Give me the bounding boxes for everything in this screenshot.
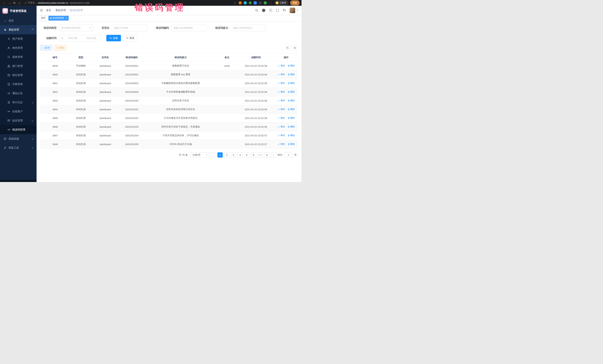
error-hint-label: 错误码提示 — [215, 26, 228, 30]
edit-link[interactable]: 修改 — [278, 108, 285, 111]
update-button[interactable]: 更新 — [290, 0, 300, 5]
extension-icon-red[interactable] — [239, 1, 242, 4]
help-icon[interactable]: ? — [269, 9, 272, 12]
address-bar[interactable]: ⚠ 不安全 | dashboard.yudao.iocoder.cn/syste… — [24, 1, 90, 4]
errorcode-type-select[interactable]: 请选择错误码类型 — [59, 25, 93, 31]
type-cell: 手动编辑 — [70, 62, 92, 70]
extension-icon-switch[interactable]: on — [259, 1, 262, 4]
page-button[interactable]: 6 — [251, 152, 256, 157]
search-icon[interactable] — [255, 9, 258, 12]
col-code: 错误码编码 — [119, 53, 145, 62]
page-button[interactable]: 4 — [237, 152, 243, 157]
extension-icon-green-v[interactable]: V — [249, 1, 252, 4]
edit-link[interactable]: 修改 — [278, 125, 285, 128]
id-cell: 3944 — [40, 105, 70, 114]
app-cell: dashboard — [92, 131, 119, 140]
toggle-search-button[interactable] — [285, 45, 290, 51]
goto-page-input[interactable] — [284, 152, 292, 157]
delete-link[interactable]: 删除 — [288, 116, 295, 120]
tag-home[interactable]: 首页 — [39, 16, 47, 21]
table-row: 3947自动生成dashboard1001001004只有开启状态的任务，才可以… — [40, 131, 298, 140]
error-code-input[interactable] — [171, 25, 207, 31]
sidebar-item-devtools[interactable]: 研发工具 — [0, 143, 36, 152]
delete-link[interactable]: 删除 — [288, 99, 295, 102]
tag-errorcode[interactable]: 错误码管理 × — [48, 16, 69, 21]
back-button[interactable]: ← — [2, 1, 7, 4]
export-button[interactable]: 导出 — [54, 45, 67, 51]
app-title: 芋道管理系统 — [10, 9, 26, 13]
edit-link[interactable]: 修改 — [278, 134, 285, 137]
sidebar-item-dict[interactable]: 字典管理 — [0, 80, 36, 89]
sidebar-item-errorcode[interactable]: </> 错误码管理 — [0, 125, 36, 134]
delete-link[interactable]: 删除 — [288, 134, 295, 137]
sidebar-item-label: 用户管理 — [12, 37, 23, 41]
sidebar-item-roles[interactable]: 角色管理 — [0, 43, 36, 53]
forward-button[interactable]: → — [7, 1, 12, 4]
hamburger-icon[interactable] — [40, 9, 43, 12]
page-size-select[interactable]: 10条/页 — [190, 152, 209, 157]
delete-link[interactable]: 删除 — [288, 143, 295, 146]
next-page-button[interactable]: › — [271, 152, 276, 157]
reset-button[interactable]: ↻ 重置 — [123, 35, 138, 41]
close-icon[interactable]: × — [65, 17, 67, 20]
refresh-table-button[interactable]: ↻ — [292, 45, 298, 51]
app-cell: dashboard — [92, 122, 119, 131]
delete-link[interactable]: 删除 — [288, 125, 295, 128]
font-size-icon[interactable]: TT — [283, 9, 286, 12]
edit-link[interactable]: 修改 — [278, 90, 285, 93]
reload-button[interactable]: ↻ — [12, 1, 17, 5]
extension-icon-grid[interactable] — [254, 1, 257, 4]
sidebar-item-menus[interactable]: 菜单管理 — [0, 53, 36, 62]
extension-icon-teal[interactable] — [244, 1, 247, 4]
page-button[interactable]: 5 — [244, 152, 249, 157]
edit-link[interactable]: 修改 — [278, 143, 285, 146]
extension-icon-green[interactable] — [264, 1, 267, 4]
sidebar-item-online-users[interactable]: 在线用户 — [0, 107, 36, 116]
app-name-input[interactable] — [112, 25, 147, 31]
sidebar-item-posts[interactable]: 岗位管理 — [0, 71, 36, 80]
edit-link[interactable]: 修改 — [278, 73, 285, 76]
github-icon[interactable] — [262, 9, 265, 12]
avatar — [290, 8, 295, 13]
bookmark-star-icon[interactable]: ☆ — [234, 1, 236, 5]
delete-link[interactable]: 删除 — [288, 73, 295, 76]
edit-link[interactable]: 修改 — [278, 82, 285, 85]
delete-link[interactable]: 删除 — [288, 90, 295, 93]
delete-link[interactable]: 删除 — [288, 82, 295, 85]
delete-link[interactable]: 删除 — [288, 64, 295, 67]
page-button[interactable]: 3 — [231, 152, 236, 157]
breadcrumb-system[interactable]: 系统管理 — [55, 9, 66, 12]
prev-page-button[interactable]: ‹ — [211, 152, 216, 157]
sidebar-item-auditlog[interactable]: 审计日志 — [0, 98, 36, 107]
edit-link[interactable]: 修改 — [278, 99, 285, 102]
sidebar-item-home[interactable]: ⌂ 首页 — [0, 16, 36, 25]
browser-home-button[interactable]: ⌂ — [17, 1, 22, 4]
page-button[interactable]: 2 — [224, 152, 229, 157]
breadcrumb-separator: / — [67, 9, 68, 12]
logo[interactable]: 芋道管理系统 — [0, 6, 36, 16]
date-range-picker[interactable]: 开始日期 - 结束日期 — [59, 35, 101, 41]
sidebar-item-label: 字典管理 — [12, 83, 23, 86]
breadcrumb-home[interactable]: 首页 — [46, 9, 51, 12]
user-menu[interactable] — [290, 8, 298, 13]
page-ellipsis[interactable]: ••• — [257, 152, 263, 157]
fullscreen-icon[interactable] — [276, 9, 279, 12]
search-button[interactable]: 搜索 — [106, 35, 121, 41]
sidebar-item-users[interactable]: 用户管理 — [0, 34, 36, 43]
error-hint-input[interactable] — [231, 25, 266, 31]
sidebar-item-system[interactable]: ⚙ 系统管理 — [0, 25, 36, 34]
sidebar-item-depts[interactable]: 部门管理 — [0, 62, 36, 71]
extension-icon-dark[interactable] — [269, 1, 272, 4]
sidebar-item-sms[interactable]: 短信管理 — [0, 116, 36, 125]
paused-badge[interactable]: 已暂停 — [275, 0, 288, 5]
edit-link[interactable]: 修改 — [278, 116, 285, 120]
page-size-value: 10条/页 — [192, 153, 201, 157]
page-button[interactable]: 8 — [264, 152, 269, 157]
delete-link[interactable]: 删除 — [288, 108, 295, 111]
edit-link[interactable]: 修改 — [278, 64, 285, 67]
page-button[interactable]: 1 — [218, 152, 223, 157]
add-button[interactable]: + 新增 — [40, 45, 52, 51]
sidebar-item-notice[interactable]: 通知公告 — [0, 89, 36, 98]
app-cell: dashboard — [92, 105, 119, 114]
sidebar-item-infra[interactable]: 基础设施 — [0, 134, 36, 143]
